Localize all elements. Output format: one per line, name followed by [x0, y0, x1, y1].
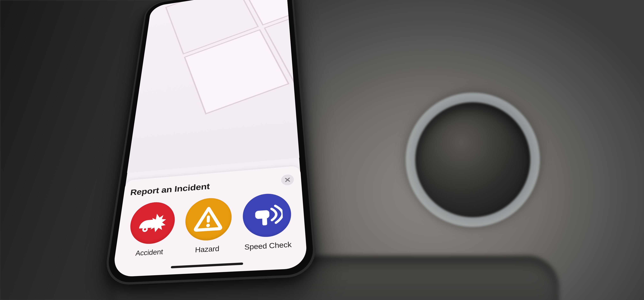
- accident-badge: [128, 201, 176, 245]
- map-region[interactable]: [127, 0, 299, 173]
- incident-option-hazard[interactable]: Hazard: [180, 196, 235, 255]
- close-icon: [284, 177, 291, 183]
- svg-rect-7: [207, 215, 210, 223]
- speed-check-badge: [243, 192, 292, 238]
- svg-rect-9: [256, 210, 270, 219]
- svg-rect-10: [262, 217, 267, 226]
- incident-option-label: Speed Check: [244, 240, 292, 251]
- speed-camera-icon: [251, 200, 284, 230]
- scene-root: Report an Incident: [0, 0, 644, 300]
- report-incident-sheet: Report an Incident: [112, 166, 308, 277]
- phone-device: Report an Incident: [103, 0, 318, 286]
- incident-option-accident[interactable]: Accident: [123, 200, 179, 258]
- incident-choice-row: Accident Hazard: [122, 192, 298, 258]
- sheet-title: Report an Incident: [130, 181, 210, 197]
- close-button[interactable]: [281, 174, 294, 186]
- warning-triangle-icon: [192, 204, 224, 234]
- incident-option-speed-check[interactable]: Speed Check: [240, 192, 297, 252]
- incident-option-label: Accident: [135, 248, 163, 258]
- svg-point-8: [206, 224, 210, 227]
- incident-option-label: Hazard: [195, 244, 219, 254]
- car-collision-icon: [136, 207, 169, 238]
- map-buildings-overlay: [127, 0, 299, 173]
- hazard-badge: [184, 196, 232, 242]
- phone-stage: Report an Incident: [108, 0, 309, 284]
